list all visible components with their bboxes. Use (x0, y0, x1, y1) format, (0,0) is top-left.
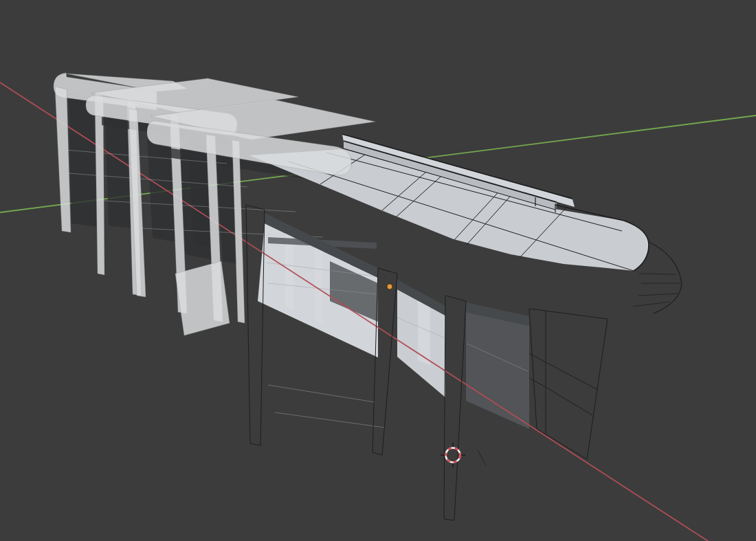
object-origin[interactable] (387, 284, 392, 289)
viewport-canvas[interactable] (0, 0, 756, 541)
blender-3d-viewport[interactable] (0, 0, 756, 541)
